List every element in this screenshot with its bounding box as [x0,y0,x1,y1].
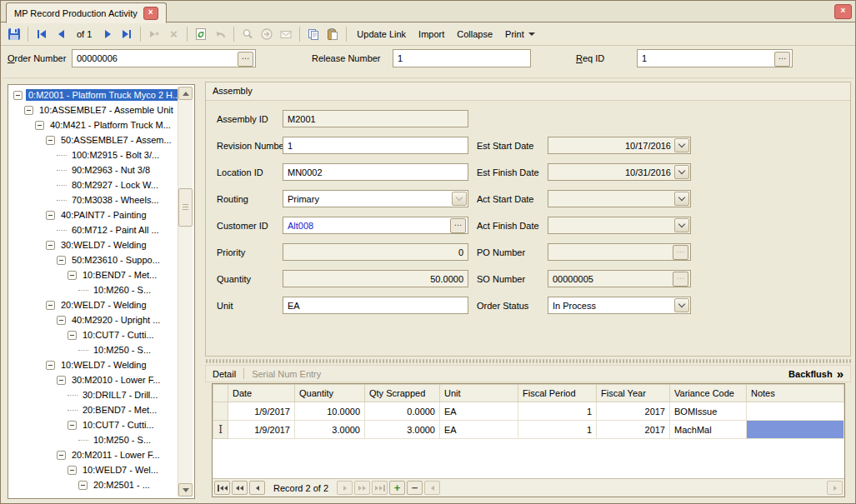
collapse-toggle-icon[interactable] [68,331,77,340]
collapse-toggle-icon[interactable] [68,466,77,475]
row-selector[interactable] [213,402,228,421]
req-id-lookup-icon[interactable]: … [774,52,790,67]
cell-fiscal-period[interactable]: 1 [518,402,597,421]
tree-item[interactable]: 0:M2001 - Platform Truck Myco 2 H... [10,87,178,102]
cell-notes[interactable] [747,402,844,421]
scroll-right-button[interactable] [827,481,843,495]
calendar-dropdown-icon[interactable] [674,138,689,152]
save-button[interactable] [5,25,23,43]
paste-button[interactable] [323,25,342,43]
update-link-button[interactable]: Update Link [351,29,412,39]
po-number-lookup-icon[interactable]: … [673,245,688,260]
table-row[interactable]: 1/9/2017 10.0000 0.0000 EA 1 2017 BOMIss… [213,402,844,421]
col-qty-scrapped[interactable]: Qty Scrapped [365,385,440,402]
tab-mp-record-production-activity[interactable]: MP Record Production Activity × [6,2,167,23]
scroll-left-button[interactable] [424,481,440,495]
revision-number-field[interactable]: 1 [283,137,468,154]
tree-item[interactable]: 70:M3038 - Wheels... [10,192,178,207]
tree-item[interactable]: 20:M2501 - ... [10,477,178,492]
collapse-toggle-icon[interactable] [57,256,66,265]
tree-item[interactable]: 100:M2915 - Bolt 3/... [10,147,178,162]
collapse-toggle-icon[interactable] [57,376,66,385]
insert-record-button[interactable] [145,25,163,43]
tree-item[interactable]: 10:CUT7 - Cutti... [10,417,178,432]
est-finish-date-field[interactable]: 10/31/2016 [548,163,691,181]
tree-item[interactable]: 10:BEND7 - Met... [10,267,178,282]
order-status-combo[interactable]: In Process [548,297,691,314]
email-button[interactable] [277,25,295,43]
calendar-dropdown-icon[interactable] [674,192,689,206]
next-row-button[interactable] [337,481,353,495]
req-id-field[interactable]: 1 … [637,49,793,67]
po-number-field[interactable]: … [548,243,691,261]
tree-item[interactable]: 20:M2011 - Lower F... [10,447,178,462]
collapse-toggle-icon[interactable] [24,106,33,115]
cell-unit[interactable]: EA [440,402,518,421]
col-notes[interactable]: Notes [747,385,844,402]
cell-qty-scrapped[interactable]: 3.0000 [365,421,440,439]
tree-item[interactable]: 50:ASSEMBLE7 - Assem... [10,132,178,147]
col-variance-code[interactable]: Variance Code [670,385,747,402]
so-number-lookup-icon[interactable]: … [673,272,688,287]
collapse-toggle-icon[interactable] [35,121,44,130]
col-date[interactable]: Date [228,385,295,402]
previous-row-button[interactable] [249,481,265,495]
collapse-toggle-icon[interactable] [68,421,77,430]
import-button[interactable]: Import [413,29,450,39]
next-record-button[interactable] [98,25,117,43]
collapse-button[interactable]: Collapse [451,29,498,39]
collapse-toggle-icon[interactable] [46,211,55,220]
cell-fiscal-period[interactable]: 1 [518,421,597,439]
collapse-toggle-icon[interactable] [57,451,66,460]
order-number-field[interactable]: 00000006 … [72,49,256,67]
cell-qty-scrapped[interactable]: 0.0000 [365,402,440,421]
tree-item[interactable]: 40:PAINT7 - Painting [10,207,178,222]
cell-quantity[interactable]: 3.0000 [295,421,365,439]
calendar-dropdown-icon[interactable] [674,218,689,232]
cell-variance-code[interactable]: BOMIssue [670,402,747,421]
backflush-button[interactable]: Backflush» [788,369,843,379]
last-row-button[interactable] [372,481,388,495]
col-unit[interactable]: Unit [440,385,518,402]
tree-item[interactable]: 10:M250 - S... [10,432,178,447]
window-close-icon[interactable]: × [834,4,852,19]
collapse-toggle-icon[interactable] [46,361,55,370]
tree-item[interactable]: 10:CUT7 - Cutti... [10,327,178,342]
goto-button[interactable] [258,25,276,43]
location-id-field[interactable]: MN0002 [283,163,468,181]
cell-unit[interactable]: EA [440,421,518,439]
tree-item[interactable]: 30:WELD7 - Welding [10,237,178,252]
tree-item[interactable]: 80:M2927 - Lock W... [10,177,178,192]
tab-detail[interactable]: Detail [213,369,236,379]
row-selector-current[interactable]: I [213,421,228,439]
tree-item[interactable]: 10:M260 - S... [10,282,178,297]
undo-button[interactable] [211,25,229,43]
splitter-handle[interactable] [205,359,851,363]
dropdown-icon[interactable] [452,192,467,206]
release-number-field[interactable]: 1 [393,49,531,67]
collapse-toggle-icon[interactable] [68,271,77,280]
cell-fiscal-year[interactable]: 2017 [597,421,670,439]
tab-serial-num-entry[interactable]: Serial Num Entry [252,369,321,379]
tree-item[interactable]: 10:M250 - S... [10,342,178,357]
col-fiscal-year[interactable]: Fiscal Year [597,385,670,402]
previous-page-button[interactable] [232,481,248,495]
print-button[interactable]: Print [499,29,541,39]
scroll-up-icon[interactable] [178,87,193,100]
tab-close-icon[interactable]: × [143,7,158,20]
tree-item[interactable]: 90:M2963 - Nut 3/8 [10,162,178,177]
dropdown-icon[interactable] [674,298,689,312]
order-number-lookup-icon[interactable]: … [238,52,253,67]
cell-date[interactable]: 1/9/2017 [228,402,295,421]
previous-record-button[interactable] [52,25,70,43]
tree-scrollbar[interactable] [178,87,193,497]
scrollbar-thumb[interactable] [178,188,193,227]
tree-item[interactable]: 50:M23610 - Suppo... [10,252,178,267]
collapse-toggle-icon[interactable] [46,241,55,250]
customer-id-lookup-icon[interactable]: … [450,218,466,233]
refresh-button[interactable] [192,25,210,43]
tree-item[interactable]: 30:DRILL7 - Drill... [10,387,178,402]
add-row-button[interactable]: + [389,481,405,495]
tree-item[interactable]: 60:M712 - Paint All ... [10,222,178,237]
cell-date[interactable]: 1/9/2017 [228,421,295,439]
